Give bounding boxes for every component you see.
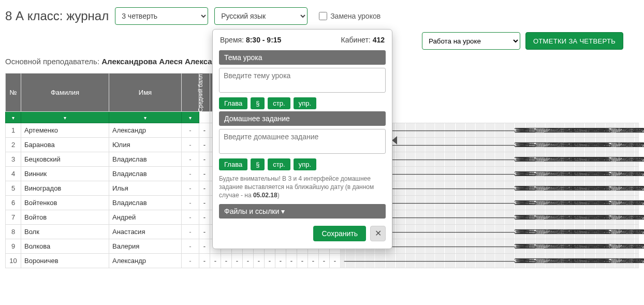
cell-mark[interactable]: -	[221, 254, 232, 268]
chip-chapter[interactable]: Глава	[219, 97, 247, 109]
cell-mark[interactable]: -	[199, 152, 210, 167]
page-title: 8 А класс: журнал	[5, 9, 109, 23]
cell-mark[interactable]: -	[275, 254, 286, 268]
quarter-marks-button[interactable]: Отметки за четверть	[525, 32, 623, 50]
cell-num: 9	[6, 239, 21, 254]
substitute-checkbox-wrap[interactable]: Замена уроков	[319, 12, 380, 20]
cell-lastname: Артеменко	[21, 123, 109, 138]
cell-num: 7	[6, 210, 21, 225]
room-block: Кабинет: 412	[341, 36, 385, 44]
time-block: Время: 8:30 - 9:15	[220, 36, 281, 44]
cell-mark[interactable]: -	[210, 254, 221, 268]
chip-exercise[interactable]: упр.	[294, 97, 316, 109]
cell-lastname: Вороничев	[21, 254, 109, 268]
cell-avg: -	[182, 210, 199, 225]
chip-chapter-2[interactable]: Глава	[219, 158, 247, 170]
cell-avg: -	[182, 239, 199, 254]
room-value: 412	[373, 36, 385, 44]
save-button[interactable]: Сохранить	[313, 226, 366, 241]
chevron-down-icon: ▾	[64, 115, 66, 121]
cell-mark[interactable]: -	[265, 254, 275, 268]
time-label: Время:	[220, 36, 246, 44]
homework-input[interactable]	[219, 129, 386, 154]
chip-page-2[interactable]: стр.	[268, 158, 290, 170]
cell-lastname: Бецковский	[21, 152, 109, 167]
cell-avg: -	[182, 181, 199, 196]
cell-num: 6	[6, 196, 21, 210]
cell-mark[interactable]: -	[330, 254, 341, 268]
filter-num[interactable]: ▾	[6, 112, 21, 123]
subject-select[interactable]: Русский язык	[214, 7, 308, 25]
homework-header: Домашнее задание	[219, 111, 386, 126]
cell-mark[interactable]: -	[199, 239, 210, 254]
cell-firstname: Валерия	[109, 239, 182, 254]
cell-mark[interactable]: -	[199, 181, 210, 196]
cell-mark[interactable]: -	[319, 254, 330, 268]
chevron-down-icon: ▾	[144, 115, 147, 121]
col-firstname: Имя	[109, 74, 182, 112]
cell-num: 10	[6, 254, 21, 268]
cell-mark[interactable]: -	[308, 254, 319, 268]
cell-firstname: Юлия	[109, 138, 182, 152]
cell-firstname: Илья	[109, 181, 182, 196]
cell-firstname: Анастасия	[109, 225, 182, 239]
chip-page[interactable]: стр.	[268, 97, 290, 109]
cell-avg: -	[182, 138, 199, 152]
col-lastname: Фамилия	[21, 74, 109, 112]
filter-day	[199, 112, 210, 123]
cell-mark[interactable]: -	[199, 225, 210, 239]
cell-mark[interactable]: -	[254, 254, 265, 268]
filter-lastname[interactable]: ▾	[21, 112, 109, 123]
cell-mark[interactable]: -	[297, 254, 308, 268]
substitute-checkbox[interactable]	[319, 12, 327, 20]
time-value: 8:30 - 9:15	[246, 36, 281, 44]
cell-firstname: Александр	[109, 254, 182, 268]
filter-firstname[interactable]: ▾	[109, 112, 182, 123]
cell-mark[interactable]: -	[243, 254, 254, 268]
cell-mark[interactable]: -	[199, 167, 210, 181]
cell-num: 1	[6, 123, 21, 138]
cell-avg: -	[182, 123, 199, 138]
cell-firstname: Андрей	[109, 210, 182, 225]
room-label: Кабинет:	[341, 36, 373, 44]
cell-mark[interactable]: -	[199, 196, 210, 210]
cell-lastname: Войтенков	[21, 196, 109, 210]
filter-avg[interactable]: ▾	[182, 112, 199, 123]
cell-mark[interactable]: -	[199, 210, 210, 225]
cell-num: 5	[6, 181, 21, 196]
table-row: 10 Вороничев Александр - ---------------…	[6, 254, 639, 268]
substitute-label: Замена уроков	[330, 12, 380, 20]
close-button[interactable]: ✕	[370, 226, 386, 241]
cell-firstname: Владислав	[109, 196, 182, 210]
homework-note: Будьте внимательны! В 3 и 4 интерфейсе д…	[219, 175, 386, 200]
cell-num: 8	[6, 225, 21, 239]
cell-num: 3	[6, 152, 21, 167]
chip-paragraph[interactable]: §	[251, 97, 265, 109]
cell-lastname: Винник	[21, 167, 109, 181]
cell-mark[interactable]: -	[232, 254, 243, 268]
cell-mark[interactable]: -	[286, 254, 297, 268]
cell-firstname: Владислав	[109, 167, 182, 181]
cell-lastname: Виноградов	[21, 181, 109, 196]
chevron-down-icon: ▾	[12, 115, 14, 121]
cell-avg: -	[182, 254, 199, 268]
cell-mark[interactable]: -	[199, 138, 210, 152]
chip-paragraph-2[interactable]: §	[251, 158, 265, 170]
col-avg: Средний балл	[182, 74, 199, 112]
topic-input[interactable]	[219, 68, 386, 93]
cell-avg: -	[182, 196, 199, 210]
cell-mark[interactable]: -	[199, 254, 210, 268]
topic-header: Тема урока	[219, 50, 386, 65]
chip-exercise-2[interactable]: упр.	[294, 158, 316, 170]
cell-avg: -	[182, 225, 199, 239]
work-type-select[interactable]: Работа на уроке	[422, 32, 520, 50]
chevron-down-icon: ▾	[189, 115, 192, 121]
quarter-select[interactable]: 3 четверть	[115, 7, 208, 25]
files-links-toggle[interactable]: Файлы и ссылки ▾	[219, 204, 386, 219]
cell-num: 2	[6, 138, 21, 152]
cell-lastname: Войтов	[21, 210, 109, 225]
teacher-label: Основной преподаватель:	[5, 57, 101, 66]
cell-mark[interactable]: -	[199, 123, 210, 138]
cell-avg: -	[182, 167, 199, 181]
cell-num: 4	[6, 167, 21, 181]
